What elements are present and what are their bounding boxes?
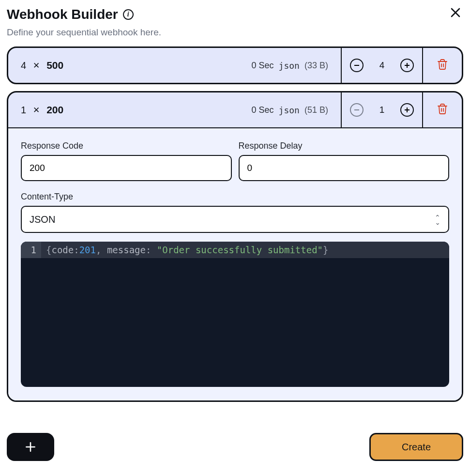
create-button[interactable]: Create [369,433,463,461]
response-code-input[interactable] [21,155,232,181]
delay-label: 0 Sec [252,61,274,71]
size-label: (51 B) [304,105,328,115]
delay-label: 0 Sec [252,105,274,115]
times-icon: ✕ [33,105,40,115]
status-code: 200 [46,104,63,116]
counter-value: 4 [379,60,385,71]
response-delay-input[interactable] [239,155,450,181]
decrement-button [350,103,364,117]
delete-button[interactable] [437,103,448,117]
status-code: 500 [46,60,63,71]
webhook-item: 4 ✕ 500 0 Sec json (33 B) 4 [7,46,463,84]
increment-button[interactable] [400,59,414,72]
content-type-field-label: Content-Type [21,192,449,202]
editor-line[interactable]: {code:201, message: "Order successfully … [41,242,449,258]
content-type-select[interactable]: JSON [21,206,449,233]
webhook-item: 1 ✕ 200 0 Sec json (51 B) 1 [7,91,463,402]
close-button[interactable] [448,7,463,20]
info-icon[interactable]: i [123,9,134,20]
repeat-count: 4 [21,60,26,71]
add-item-button[interactable] [7,433,54,461]
content-type-label: json [279,105,300,115]
increment-button[interactable] [400,103,414,117]
chevron-updown-icon: ⌃⌃ [435,215,440,224]
webhook-item-header[interactable]: 4 ✕ 500 0 Sec json (33 B) [8,48,341,83]
webhook-item-header[interactable]: 1 ✕ 200 0 Sec json (51 B) [8,92,341,127]
content-type-label: json [279,61,300,71]
response-delay-label: Response Delay [239,141,450,151]
decrement-button[interactable] [350,59,364,72]
counter-value: 1 [379,105,385,115]
page-subtitle: Define your sequential webhook here. [7,27,161,38]
page-title: Webhook Builder [7,7,118,22]
content-type-value: JSON [30,214,55,225]
editor-gutter: 1 [21,242,41,258]
size-label: (33 B) [304,61,328,71]
repeat-count: 1 [21,105,26,116]
times-icon: ✕ [33,61,40,71]
body-editor[interactable]: 1 {code:201, message: "Order successfull… [21,242,449,387]
delete-button[interactable] [437,59,448,72]
response-code-label: Response Code [21,141,232,151]
